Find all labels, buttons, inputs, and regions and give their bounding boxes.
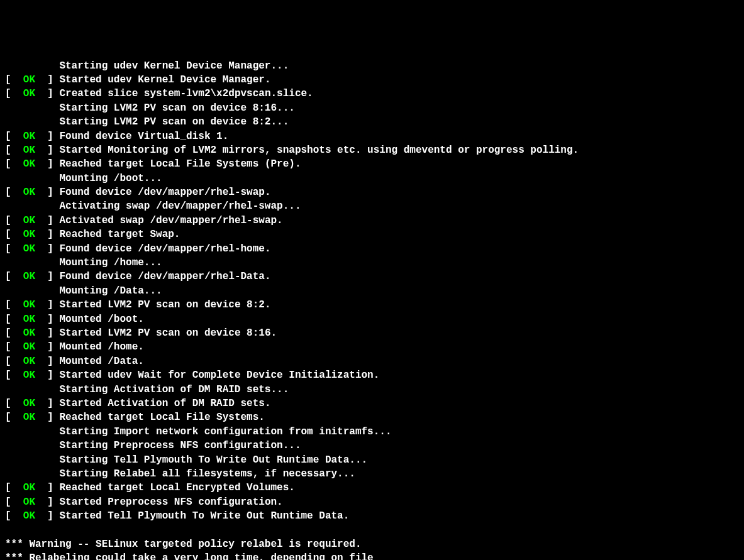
boot-message: Reached target Local Encrypted Volumes. xyxy=(59,482,294,493)
bracket-close: ] xyxy=(47,215,53,226)
bracket-open: [ xyxy=(5,215,11,226)
bracket-close: ] xyxy=(47,88,53,99)
bracket-open: [ xyxy=(5,74,11,85)
boot-line: [ OK ] Activated swap /dev/mapper/rhel-s… xyxy=(5,214,739,228)
status-ok-label: OK xyxy=(23,341,35,353)
status-ok-label: OK xyxy=(23,482,35,493)
bracket-open: [ xyxy=(5,229,11,240)
boot-message: Starting LVM2 PV scan on device 8:2... xyxy=(5,116,289,128)
boot-console: Starting udev Kernel Device Manager...[ … xyxy=(5,59,739,560)
boot-line: [ OK ] Started Tell Plymouth To Write Ou… xyxy=(5,509,739,523)
status-ok-label: OK xyxy=(23,356,35,367)
boot-message: Activated swap /dev/mapper/rhel-swap. xyxy=(59,215,282,226)
bracket-open: [ xyxy=(5,482,11,493)
boot-message: Created slice system-lvm2\x2dpvscan.slic… xyxy=(59,88,313,99)
bracket-open: [ xyxy=(5,356,11,367)
bracket-open: [ xyxy=(5,271,11,282)
boot-message: Started Monitoring of LVM2 mirrors, snap… xyxy=(59,145,579,156)
boot-line: Starting Activation of DM RAID sets... xyxy=(5,383,739,397)
bracket-open: [ xyxy=(5,327,11,339)
bracket-close: ] xyxy=(47,229,53,240)
bracket-close: ] xyxy=(47,74,53,85)
boot-message: Starting Activation of DM RAID sets... xyxy=(5,384,289,395)
boot-line: Mounting /home... xyxy=(5,256,739,270)
bracket-close: ] xyxy=(47,145,53,156)
boot-message: Found device /dev/mapper/rhel-swap. xyxy=(59,187,270,198)
bracket-open: [ xyxy=(5,88,11,99)
bracket-open: [ xyxy=(5,299,11,310)
boot-line: [ OK ] Mounted /boot. xyxy=(5,312,739,326)
boot-message: Starting Preprocess NFS configuration... xyxy=(5,440,301,451)
boot-message: Mounted /boot. xyxy=(59,314,143,325)
boot-message: Reached target Local File Systems (Pre). xyxy=(59,158,301,170)
bracket-open: [ xyxy=(5,510,11,522)
status-ok-label: OK xyxy=(23,327,35,339)
bracket-close: ] xyxy=(47,497,53,508)
boot-line: Starting LVM2 PV scan on device 8:2... xyxy=(5,115,739,129)
status-ok-label: OK xyxy=(23,74,35,85)
boot-line: Starting Preprocess NFS configuration... xyxy=(5,439,739,453)
bracket-close: ] xyxy=(47,327,53,339)
status-ok-label: OK xyxy=(23,229,35,240)
boot-line: [ OK ] Found device /dev/mapper/rhel-hom… xyxy=(5,242,739,256)
bracket-open: [ xyxy=(5,158,11,170)
bracket-open: [ xyxy=(5,145,11,156)
boot-line: [ OK ] Created slice system-lvm2\x2dpvsc… xyxy=(5,87,739,101)
boot-line: [ OK ] Found device Virtual_disk 1. xyxy=(5,129,739,143)
boot-message: *** Warning -- SELinux targeted policy r… xyxy=(5,539,362,550)
boot-line: Mounting /boot... xyxy=(5,172,739,185)
boot-message: *** Relabeling could take a very long ti… xyxy=(5,552,374,560)
bracket-close: ] xyxy=(47,482,53,493)
boot-message: Found device /dev/mapper/rhel-Data. xyxy=(59,271,270,282)
status-ok-label: OK xyxy=(23,510,35,522)
status-ok-label: OK xyxy=(23,497,35,508)
boot-line: [ OK ] Started LVM2 PV scan on device 8:… xyxy=(5,298,739,312)
boot-line: Mounting /Data... xyxy=(5,284,739,298)
boot-line: [ OK ] Reached target Local Encrypted Vo… xyxy=(5,481,739,495)
boot-line: [ OK ] Reached target Local File Systems… xyxy=(5,410,739,424)
bracket-close: ] xyxy=(47,187,53,198)
boot-line: [ OK ] Started Preprocess NFS configurat… xyxy=(5,495,739,509)
boot-line: [ OK ] Started Activation of DM RAID set… xyxy=(5,397,739,410)
boot-message: Reached target Local File Systems. xyxy=(59,412,264,423)
boot-line: [ OK ] Reached target Local File Systems… xyxy=(5,157,739,171)
status-ok-label: OK xyxy=(23,398,35,409)
boot-message: Starting Import network configuration fr… xyxy=(5,426,392,437)
boot-message: Started LVM2 PV scan on device 8:16. xyxy=(59,327,277,339)
boot-message: Starting udev Kernel Device Manager... xyxy=(5,60,289,72)
boot-line: Activating swap /dev/mapper/rhel-swap... xyxy=(5,199,739,213)
bracket-open: [ xyxy=(5,398,11,409)
boot-line: Starting Tell Plymouth To Write Out Runt… xyxy=(5,453,739,467)
boot-line xyxy=(5,523,739,537)
bracket-close: ] xyxy=(47,131,53,142)
boot-message: Mounted /Data. xyxy=(59,356,143,367)
boot-message: Reached target Swap. xyxy=(59,229,180,240)
boot-message: Started Preprocess NFS configuration. xyxy=(59,497,282,508)
bracket-close: ] xyxy=(47,356,53,367)
boot-line: [ OK ] Started udev Wait for Complete De… xyxy=(5,368,739,382)
bracket-close: ] xyxy=(47,370,53,381)
status-ok-label: OK xyxy=(23,271,35,282)
boot-line: [ OK ] Mounted /Data. xyxy=(5,354,739,368)
status-ok-label: OK xyxy=(23,187,35,198)
bracket-close: ] xyxy=(47,158,53,170)
bracket-open: [ xyxy=(5,243,11,255)
status-ok-label: OK xyxy=(23,314,35,325)
bracket-open: [ xyxy=(5,341,11,353)
bracket-open: [ xyxy=(5,497,11,508)
status-ok-label: OK xyxy=(23,370,35,381)
boot-line: Starting Import network configuration fr… xyxy=(5,425,739,439)
boot-message: Starting LVM2 PV scan on device 8:16... xyxy=(5,102,295,114)
boot-message: Mounting /boot... xyxy=(5,173,162,184)
boot-message: Starting Tell Plymouth To Write Out Runt… xyxy=(5,454,367,466)
boot-line: [ OK ] Mounted /home. xyxy=(5,340,739,354)
bracket-close: ] xyxy=(47,510,53,522)
boot-message: Started Activation of DM RAID sets. xyxy=(59,398,270,409)
bracket-open: [ xyxy=(5,314,11,325)
bracket-close: ] xyxy=(47,299,53,310)
boot-message: Activating swap /dev/mapper/rhel-swap... xyxy=(5,200,301,212)
bracket-open: [ xyxy=(5,131,11,142)
bracket-close: ] xyxy=(47,398,53,409)
boot-line: [ OK ] Started udev Kernel Device Manage… xyxy=(5,73,739,87)
boot-line: [ OK ] Started Monitoring of LVM2 mirror… xyxy=(5,143,739,157)
